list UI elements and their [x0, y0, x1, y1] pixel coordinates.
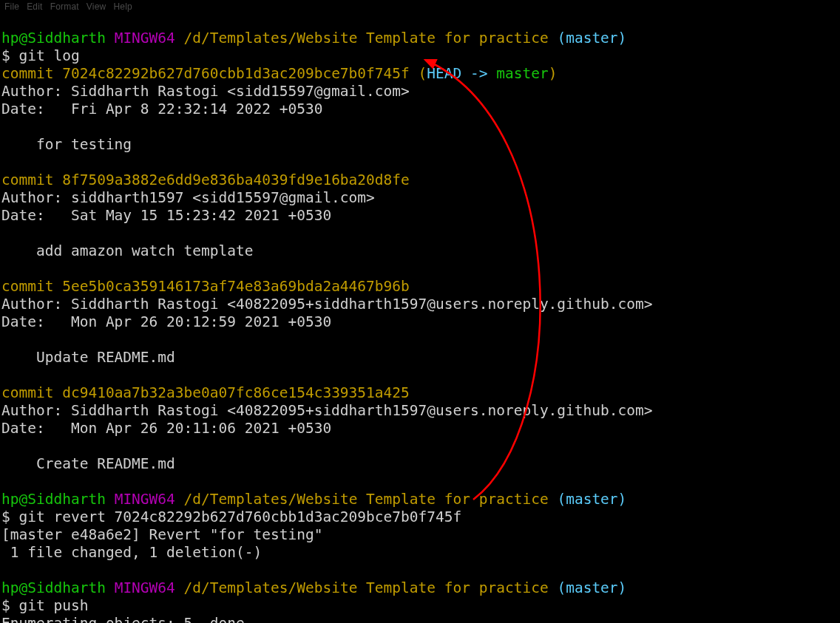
prompt-branch: (master) [557, 30, 626, 47]
prompt-userhost: hp@Siddharth [1, 30, 106, 47]
commit-date: Date: Fri Apr 8 22:32:14 2022 +0530 [1, 101, 322, 118]
commit-message: Create README.md [1, 455, 175, 472]
commit-hash: dc9410aa7b32a3be0a07fc86ce154c339351a425 [62, 384, 410, 401]
refs-close: ) [549, 65, 558, 82]
menu-file[interactable]: File [4, 1, 19, 12]
menu-help[interactable]: Help [113, 1, 132, 12]
revert-output: [master e48a6e2] Revert "for testing" [1, 526, 322, 543]
branch-ref: master [496, 65, 548, 82]
prompt-path: /d/Templates/Website Template for practi… [184, 30, 549, 47]
prompt-env: MINGW64 [115, 30, 175, 47]
commit-date: Date: Mon Apr 26 20:12:59 2021 +0530 [1, 313, 331, 330]
prompt-branch: (master) [557, 579, 626, 596]
menu-edit[interactable]: Edit [27, 1, 42, 12]
prompt-path: /d/Templates/Website Template for practi… [184, 579, 549, 596]
prompt-env: MINGW64 [115, 491, 175, 508]
prompt-userhost: hp@Siddharth [1, 579, 106, 596]
commit-message: for testing [1, 136, 132, 153]
commit-author: Author: Siddharth Rastogi <40822095+sidd… [1, 402, 653, 419]
prompt-userhost: hp@Siddharth [1, 491, 106, 508]
commit-label: commit [1, 278, 62, 295]
prompt-env: MINGW64 [115, 579, 175, 596]
commit-author: Author: Siddharth Rastogi <40822095+sidd… [1, 296, 653, 313]
commit-author: Author: Siddharth Rastogi <sidd15597@gma… [1, 83, 410, 100]
prompt-branch: (master) [557, 491, 626, 508]
commit-hash: 7024c82292b627d760cbb1d3ac209bce7b0f745f [62, 65, 410, 82]
commit-author: Author: siddharth1597 <sidd15597@gmail.c… [1, 189, 375, 206]
command-git-log: $ git log [1, 47, 80, 64]
commit-hash: 8f7509a3882e6dd9e836ba4039fd9e16ba20d8fe [62, 171, 410, 188]
commit-label: commit [1, 384, 62, 401]
menu-format[interactable]: Format [50, 1, 79, 12]
head-ref: HEAD -> [427, 65, 496, 82]
commit-label: commit [1, 65, 62, 82]
commit-date: Date: Mon Apr 26 20:11:06 2021 +0530 [1, 420, 331, 437]
commit-hash: 5ee5b0ca359146173af74e83a69bda2a4467b96b [62, 278, 410, 295]
push-output: Enumerating objects: 5, done. [1, 615, 253, 623]
commit-message: add amazon watch template [1, 242, 253, 259]
menu-view[interactable]: View [87, 1, 106, 12]
revert-output: 1 file changed, 1 deletion(-) [1, 544, 262, 561]
commit-message: Update README.md [1, 349, 175, 366]
commit-label: commit [1, 171, 62, 188]
command-git-revert: $ git revert 7024c82292b627d760cbb1d3ac2… [1, 508, 461, 525]
command-git-push: $ git push [1, 597, 88, 614]
refs-open: ( [410, 65, 427, 82]
commit-date: Date: Sat May 15 15:23:42 2021 +0530 [1, 207, 331, 224]
prompt-path: /d/Templates/Website Template for practi… [184, 491, 549, 508]
window-menubar: FileEditFormatViewHelp [0, 0, 840, 12]
terminal-output: hp@Siddharth MINGW64 /d/Templates/Websit… [0, 12, 840, 623]
